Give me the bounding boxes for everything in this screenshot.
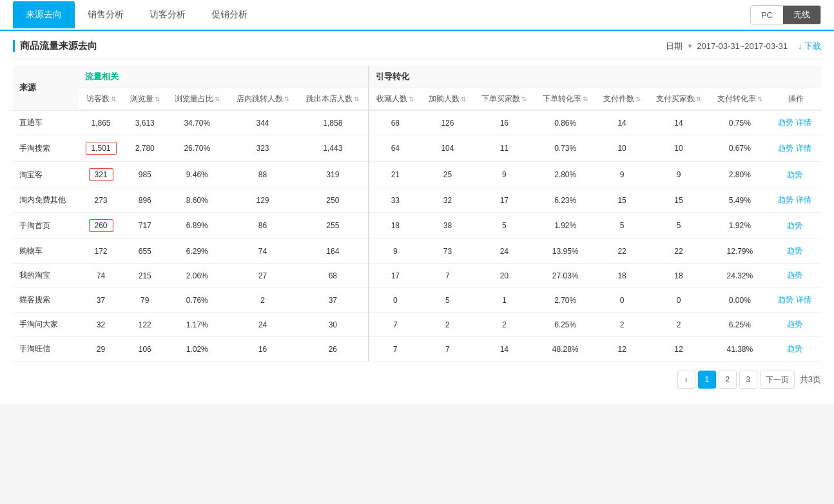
- in-store-cell: 2: [228, 288, 298, 313]
- action-详情[interactable]: 详情: [796, 295, 811, 304]
- source-cell: 淘内免费其他: [13, 188, 79, 213]
- pageviews-cell: 717: [123, 213, 166, 239]
- action-趋势[interactable]: 趋势: [787, 320, 802, 329]
- pay-count-cell: 10: [596, 135, 648, 162]
- in-store-cell: 88: [228, 162, 298, 188]
- order-count-cell: 17: [474, 188, 535, 213]
- source-cell: 手淘问大家: [13, 313, 79, 337]
- highlighted-value: 321: [89, 168, 113, 181]
- tab-visitor[interactable]: 访客分析: [137, 1, 199, 28]
- pay-buyers-cell: 22: [648, 239, 710, 264]
- out-store-cell: 1,858: [298, 110, 369, 135]
- action-cell: 趋势详情: [770, 110, 821, 135]
- order-count-cell: 9: [474, 162, 535, 188]
- tab-promo[interactable]: 促销分析: [199, 1, 260, 28]
- data-table: 来源 流量相关 引导转化 访客数⇅ 浏览量⇅ 浏览量占比⇅ 店内跳转人数⇅ 跳出…: [13, 66, 821, 362]
- col-out-store[interactable]: 跳出本店人数⇅: [298, 88, 369, 111]
- date-filter[interactable]: 日期 ▼ 2017-03-31~2017-03-31: [666, 41, 788, 52]
- pay-rate-cell: 5.49%: [709, 188, 770, 213]
- action-cell: 趋势: [770, 213, 821, 239]
- action-趋势[interactable]: 趋势: [787, 170, 802, 179]
- table-row: 淘宝客 321 985 9.46% 88 319 21 25 9 2.80% 9…: [13, 162, 821, 188]
- pv-ratio-cell: 34.70%: [166, 110, 228, 135]
- order-rate-cell: 2.80%: [535, 162, 596, 188]
- col-pay-buyers[interactable]: 支付买家数⇅: [648, 88, 710, 111]
- pageviews-cell: 655: [123, 239, 166, 264]
- col-visitors[interactable]: 访客数⇅: [79, 88, 123, 111]
- pay-count-cell: 2: [596, 313, 648, 337]
- action-趋势[interactable]: 趋势: [778, 144, 793, 153]
- device-wireless-button[interactable]: 无线: [783, 6, 820, 24]
- col-in-store[interactable]: 店内跳转人数⇅: [228, 88, 298, 111]
- order-count-cell: 5: [474, 213, 535, 239]
- out-store-cell: 30: [298, 313, 369, 337]
- in-store-cell: 86: [228, 213, 298, 239]
- action-详情[interactable]: 详情: [796, 144, 811, 153]
- action-趋势[interactable]: 趋势: [787, 221, 802, 230]
- pv-ratio-cell: 6.89%: [166, 213, 228, 239]
- top-navigation: 来源去向 销售分析 访客分析 促销分析 PC 无线: [0, 0, 834, 31]
- action-cell: 趋势: [770, 239, 821, 264]
- add-cart-cell: 25: [422, 162, 474, 188]
- action-趋势[interactable]: 趋势: [778, 195, 793, 204]
- prev-page-button[interactable]: ‹: [677, 371, 695, 389]
- date-arrow-icon: ▼: [686, 43, 693, 50]
- pay-rate-cell: 2.80%: [709, 162, 770, 188]
- pageviews-cell: 106: [123, 337, 166, 362]
- col-pay-count[interactable]: 支付件数⇅: [596, 88, 648, 111]
- page-2-button[interactable]: 2: [719, 371, 737, 389]
- col-order-rate[interactable]: 下单转化率⇅: [535, 88, 596, 111]
- order-rate-cell: 48.28%: [535, 337, 596, 362]
- col-pageviews[interactable]: 浏览量⇅: [123, 88, 166, 111]
- next-page-button[interactable]: 下一页: [760, 371, 795, 389]
- page-1-button[interactable]: 1: [698, 371, 716, 389]
- order-rate-cell: 0.86%: [535, 110, 596, 135]
- device-switch: PC 无线: [750, 5, 821, 24]
- source-cell: 手淘旺信: [13, 337, 79, 362]
- device-pc-button[interactable]: PC: [751, 6, 783, 24]
- in-store-cell: 74: [228, 239, 298, 264]
- pay-rate-cell: 41.38%: [709, 337, 770, 362]
- col-pay-rate[interactable]: 支付转化率⇅: [709, 88, 770, 111]
- collect-cell: 68: [369, 110, 422, 135]
- table-row: 我的淘宝 74 215 2.06% 27 68 17 7 20 27.03% 1…: [13, 264, 821, 288]
- col-action: 操作: [770, 88, 821, 111]
- table-row: 猫客搜索 37 79 0.76% 2 37 0 5 1 2.70% 0 0 0.…: [13, 288, 821, 313]
- action-趋势[interactable]: 趋势: [787, 246, 802, 255]
- source-cell: 手淘搜索: [13, 135, 79, 162]
- action-趋势[interactable]: 趋势: [778, 295, 793, 304]
- action-cell: 趋势: [770, 162, 821, 188]
- collect-cell: 7: [369, 337, 422, 362]
- col-order-count[interactable]: 下单买家数⇅: [474, 88, 535, 111]
- nav-tabs: 来源去向 销售分析 访客分析 促销分析: [13, 1, 260, 28]
- pageviews-cell: 985: [123, 162, 166, 188]
- pv-ratio-cell: 8.60%: [166, 188, 228, 213]
- out-store-cell: 68: [298, 264, 369, 288]
- pageviews-cell: 3,613: [123, 110, 166, 135]
- action-详情[interactable]: 详情: [796, 195, 811, 204]
- action-趋势[interactable]: 趋势: [787, 344, 802, 353]
- source-cell: 手淘首页: [13, 213, 79, 239]
- pageviews-cell: 2,780: [123, 135, 166, 162]
- order-rate-cell: 6.23%: [535, 188, 596, 213]
- source-cell: 直通车: [13, 110, 79, 135]
- col-collect[interactable]: 收藏人数⇅: [369, 88, 422, 111]
- page-3-button[interactable]: 3: [739, 371, 757, 389]
- pay-buyers-cell: 9: [648, 162, 710, 188]
- tab-source[interactable]: 来源去向: [13, 1, 75, 28]
- pageviews-cell: 79: [123, 288, 166, 313]
- action-详情[interactable]: 详情: [796, 118, 811, 127]
- table-row: 手淘首页 260 717 6.89% 86 255 18 38 5 1.92% …: [13, 213, 821, 239]
- action-趋势[interactable]: 趋势: [778, 118, 793, 127]
- table-row: 购物车 172 655 6.29% 74 164 9 73 24 13.95% …: [13, 239, 821, 264]
- date-value: 2017-03-31~2017-03-31: [697, 41, 788, 51]
- col-add-cart[interactable]: 加购人数⇅: [422, 88, 474, 111]
- order-count-cell: 1: [474, 288, 535, 313]
- visitors-cell: 260: [79, 213, 123, 239]
- pay-rate-cell: 1.92%: [709, 213, 770, 239]
- action-趋势[interactable]: 趋势: [787, 271, 802, 280]
- tab-sales[interactable]: 销售分析: [75, 1, 137, 28]
- download-button[interactable]: ↓ 下载: [798, 41, 821, 52]
- out-store-cell: 1,443: [298, 135, 369, 162]
- col-pv-ratio[interactable]: 浏览量占比⇅: [166, 88, 228, 111]
